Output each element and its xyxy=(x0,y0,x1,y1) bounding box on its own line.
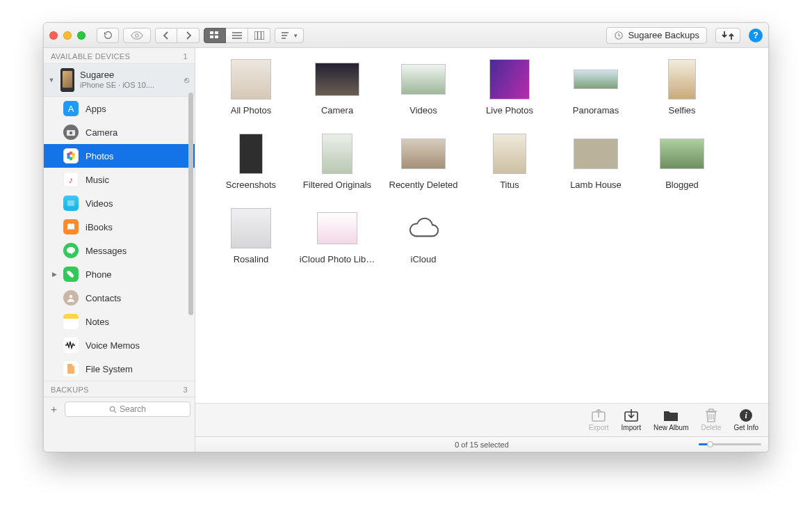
sidebar-item-label: Notes xyxy=(86,317,109,327)
sidebar-item-file-system[interactable]: File System xyxy=(44,357,195,381)
back-button[interactable] xyxy=(155,28,177,43)
album-icloud[interactable]: iCloud xyxy=(380,208,466,264)
album-thumbnail xyxy=(493,134,526,174)
column-view-button[interactable] xyxy=(248,28,270,43)
album-lamb-house[interactable]: Lamb House xyxy=(553,134,639,190)
zoom-slider[interactable] xyxy=(699,441,761,447)
sidebar-item-camera[interactable]: Camera xyxy=(44,120,195,144)
action-label: Delete xyxy=(701,424,722,431)
photos-icon xyxy=(63,148,79,164)
voice-memos-icon xyxy=(63,338,79,353)
album-screenshots[interactable]: Screenshots xyxy=(208,134,294,190)
sidebar-item-contacts[interactable]: Contacts xyxy=(44,286,195,310)
album-label: Videos xyxy=(409,105,437,116)
section-count: 3 xyxy=(184,386,188,394)
expand-triangle-icon[interactable]: ▶ xyxy=(52,271,57,278)
new-album-button[interactable]: New Album xyxy=(653,408,689,431)
delete-button[interactable]: Delete xyxy=(701,408,722,431)
minimize-button[interactable] xyxy=(63,31,72,40)
action-label: Export xyxy=(589,424,609,431)
album-label: Lamb House xyxy=(570,180,622,190)
sidebar-item-label: Videos xyxy=(86,198,113,209)
album-thumbnail xyxy=(574,59,618,100)
maximize-button[interactable] xyxy=(77,31,86,40)
section-label: AVAILABLE DEVICES xyxy=(51,52,130,61)
album-icloud-photo-lib-[interactable]: iCloud Photo Lib… xyxy=(294,208,380,264)
sidebar-item-apps[interactable]: AApps xyxy=(44,97,195,120)
album-selfies[interactable]: Selfies xyxy=(639,59,725,116)
close-button[interactable] xyxy=(49,31,58,40)
sidebar-item-videos[interactable]: Videos xyxy=(44,191,195,215)
album-videos[interactable]: Videos xyxy=(380,59,466,116)
info-icon: i xyxy=(738,408,754,422)
album-label: Filtered Originals xyxy=(303,180,371,190)
list-view-button[interactable] xyxy=(226,28,248,43)
album-titus[interactable]: Titus xyxy=(466,134,553,190)
file-system-icon xyxy=(63,361,79,376)
album-label: Camera xyxy=(321,105,353,116)
sidebar-item-label: Contacts xyxy=(86,293,121,303)
sidebar-item-music[interactable]: ♪Music xyxy=(44,168,195,191)
sidebar-item-messages[interactable]: Messages xyxy=(44,239,195,262)
sidebar-scrollbar[interactable] xyxy=(188,93,193,315)
album-all-photos[interactable]: All Photos xyxy=(208,59,294,116)
sidebar-item-ibooks[interactable]: iBooks xyxy=(44,215,195,239)
album-thumbnail xyxy=(489,59,530,100)
album-label: Blogged xyxy=(665,180,699,190)
export-button[interactable]: Export xyxy=(589,408,609,431)
transfer-button[interactable] xyxy=(715,28,740,43)
icon-view-button[interactable] xyxy=(204,28,226,43)
album-recently-deleted[interactable]: Recently Deleted xyxy=(380,134,466,190)
import-icon xyxy=(624,408,639,422)
svg-rect-3 xyxy=(210,35,213,38)
sidebar-item-label: Photos xyxy=(86,151,113,161)
forward-button[interactable] xyxy=(177,28,200,43)
album-filtered-originals[interactable]: Filtered Originals xyxy=(294,134,380,190)
messages-icon xyxy=(63,243,79,258)
action-label: New Album xyxy=(653,424,689,431)
device-row[interactable]: ▼ Sugaree iPhone SE · iOS 10.... ⎋ xyxy=(44,63,195,97)
search-input[interactable]: Search xyxy=(65,402,190,417)
sidebar-item-label: Phone xyxy=(86,269,112,280)
svg-rect-5 xyxy=(254,31,264,40)
titlebar: ▾ Sugaree Backups ? xyxy=(44,23,768,48)
section-count: 1 xyxy=(184,52,188,61)
sidebar-section-backups: BACKUPS 3 xyxy=(44,381,195,397)
disclosure-triangle-icon[interactable]: ▼ xyxy=(48,77,55,84)
preview-button[interactable] xyxy=(123,28,151,43)
device-thumbnail-icon xyxy=(60,68,74,92)
add-button[interactable]: ＋ xyxy=(48,403,59,416)
album-panoramas[interactable]: Panoramas xyxy=(553,59,639,116)
svg-rect-4 xyxy=(215,35,218,38)
status-text: 0 of 15 selected xyxy=(455,440,509,449)
album-rosalind[interactable]: Rosalind xyxy=(208,208,294,264)
ibooks-icon xyxy=(63,219,79,235)
export-icon xyxy=(591,408,606,422)
reload-button[interactable] xyxy=(97,28,119,43)
album-blogged[interactable]: Blogged xyxy=(639,134,725,190)
album-thumbnail xyxy=(660,134,704,174)
sidebar-section-devices: AVAILABLE DEVICES 1 xyxy=(44,48,195,63)
sidebar-item-notes[interactable]: Notes xyxy=(44,310,195,333)
window-body: AVAILABLE DEVICES 1 ▼ Sugaree iPhone SE … xyxy=(44,48,768,452)
action-label: Import xyxy=(622,424,641,431)
album-thumbnail xyxy=(231,59,271,100)
sidebar-item-voice-memos[interactable]: Voice Memos xyxy=(44,333,195,357)
album-live-photos[interactable]: Live Photos xyxy=(466,59,553,116)
sidebar-item-phone[interactable]: ▶Phone xyxy=(44,262,195,286)
svg-point-17 xyxy=(70,295,73,299)
sidebar-item-photos[interactable]: Photos xyxy=(44,144,195,168)
album-thumbnail xyxy=(405,208,441,248)
get-info-button[interactable]: i Get Info xyxy=(733,408,758,431)
backups-button[interactable]: Sugaree Backups xyxy=(606,27,707,44)
camera-icon xyxy=(63,125,79,140)
help-button[interactable]: ? xyxy=(749,29,763,42)
import-button[interactable]: Import xyxy=(622,408,641,431)
search-icon xyxy=(109,406,117,413)
arrange-menu-button[interactable]: ▾ xyxy=(275,28,304,43)
videos-icon xyxy=(63,196,79,211)
album-thumbnail xyxy=(668,59,696,100)
sidebar-item-label: Voice Memos xyxy=(86,340,140,351)
album-camera[interactable]: Camera xyxy=(294,59,380,116)
album-label: Screenshots xyxy=(226,180,276,190)
